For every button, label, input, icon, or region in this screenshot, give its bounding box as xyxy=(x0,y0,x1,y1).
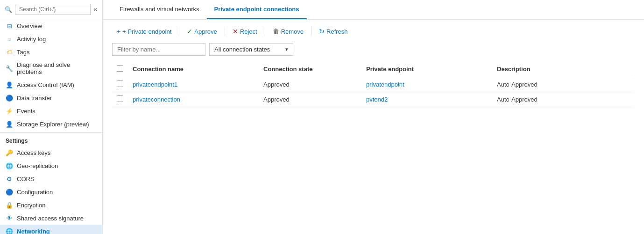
search-icon: 🔍 xyxy=(5,6,12,13)
remove-icon: 🗑 xyxy=(273,28,279,35)
tabs-container: Firewalls and virtual networks Private e… xyxy=(103,0,644,20)
approve-icon: ✓ xyxy=(187,28,192,35)
configuration-icon: 🔵 xyxy=(6,188,13,196)
row-2-private-endpoint-link[interactable]: pvtend2 xyxy=(366,96,388,103)
sidebar-item-label: Storage Explorer (preview) xyxy=(17,121,89,128)
sidebar-item-encryption[interactable]: 🔒 Encryption xyxy=(0,198,102,212)
sidebar-item-access-keys[interactable]: 🔑 Access keys xyxy=(0,146,102,159)
encryption-icon: 🔒 xyxy=(6,201,13,209)
content-area: + + Private endpoint ✓ Approve ✕ Reject … xyxy=(103,20,644,234)
row-2-connection-state: Approved xyxy=(259,92,361,107)
separator-1 xyxy=(179,27,179,36)
col-header-connection-state: Connection state xyxy=(259,61,361,77)
shared-access-icon: 👁 xyxy=(6,214,13,222)
access-keys-icon: 🔑 xyxy=(6,149,13,156)
row-2-connection-name: privateconnection xyxy=(128,92,259,107)
sidebar-item-tags[interactable]: 🏷 Tags xyxy=(0,45,102,58)
table-row: privateendpoint1 Approved privatendpoint… xyxy=(112,77,635,92)
refresh-icon: ↻ xyxy=(319,28,325,35)
row-1-checkbox[interactable] xyxy=(117,80,123,87)
sidebar-item-activity-log[interactable]: ≡ Activity log xyxy=(0,32,102,45)
sidebar-item-diagnose[interactable]: 🔧 Diagnose and solve problems xyxy=(0,58,102,78)
add-private-endpoint-button[interactable]: + + Private endpoint xyxy=(112,25,176,37)
sidebar-item-storage-explorer[interactable]: 👤 Storage Explorer (preview) xyxy=(0,117,102,131)
tab-private-endpoints[interactable]: Private endpoint connections xyxy=(207,0,307,19)
filter-name-input[interactable] xyxy=(112,43,205,56)
sidebar-item-label: Overview xyxy=(17,22,42,29)
data-transfer-icon: 🔵 xyxy=(6,94,13,102)
sidebar-item-label: Data transfer xyxy=(17,95,52,102)
sidebar: 🔍 « ⊟ Overview ≡ Activity log 🏷 Tags 🔧 D… xyxy=(0,0,103,234)
row-2-description: Auto-Approved xyxy=(492,92,635,107)
row-1-checkbox-cell xyxy=(112,77,128,92)
activity-log-icon: ≡ xyxy=(6,35,13,43)
sidebar-item-label: Access Control (IAM) xyxy=(17,81,74,88)
collapse-button[interactable]: « xyxy=(93,5,98,14)
separator-3 xyxy=(265,27,265,36)
select-all-header[interactable] xyxy=(112,61,128,77)
cors-icon: ⚙ xyxy=(6,175,13,183)
row-1-connection-name: privateendpoint1 xyxy=(128,77,259,92)
row-1-description: Auto-Approved xyxy=(492,77,635,92)
remove-button[interactable]: 🗑 Remove xyxy=(268,25,308,37)
select-all-checkbox[interactable] xyxy=(117,65,123,72)
row-1-connection-name-link[interactable]: privateendpoint1 xyxy=(133,81,177,88)
access-control-icon: 👤 xyxy=(6,81,13,88)
approve-label: Approve xyxy=(194,28,217,35)
filter-state-select[interactable]: All connection states ▾ xyxy=(209,43,293,56)
sidebar-item-label: Activity log xyxy=(17,36,46,43)
refresh-button[interactable]: ↻ Refresh xyxy=(314,25,353,37)
sidebar-item-overview[interactable]: ⊟ Overview xyxy=(0,19,102,32)
sidebar-item-label: Diagnose and solve problems xyxy=(17,61,97,75)
toolbar: + + Private endpoint ✓ Approve ✕ Reject … xyxy=(112,25,635,37)
settings-section-header: Settings xyxy=(0,132,102,146)
filter-state-label: All connection states xyxy=(214,46,270,53)
refresh-label: Refresh xyxy=(326,28,348,35)
row-2-connection-name-link[interactable]: privateconnection xyxy=(133,96,180,103)
add-label: + Private endpoint xyxy=(122,28,171,35)
sidebar-item-label: Shared access signature xyxy=(17,215,84,222)
sidebar-item-data-transfer[interactable]: 🔵 Data transfer xyxy=(0,91,102,104)
row-1-private-endpoint-link[interactable]: privatendpoint xyxy=(366,81,404,88)
approve-button[interactable]: ✓ Approve xyxy=(182,25,221,37)
storage-explorer-icon: 👤 xyxy=(6,120,13,128)
tags-icon: 🏷 xyxy=(6,48,13,56)
reject-label: Reject xyxy=(240,28,257,35)
search-input[interactable] xyxy=(15,4,91,15)
add-icon: + xyxy=(117,28,120,35)
connections-table: Connection name Connection state Private… xyxy=(112,61,635,107)
row-2-checkbox[interactable] xyxy=(117,95,123,102)
sidebar-item-geo-replication[interactable]: 🌐 Geo-replication xyxy=(0,159,102,172)
col-header-private-endpoint: Private endpoint xyxy=(361,61,492,77)
remove-label: Remove xyxy=(281,28,304,35)
tab-firewalls[interactable]: Firewalls and virtual networks xyxy=(112,0,207,19)
sidebar-item-label: Geo-replication xyxy=(17,162,58,169)
reject-button[interactable]: ✕ Reject xyxy=(228,25,262,37)
sidebar-item-events[interactable]: ⚡ Events xyxy=(0,104,102,117)
sidebar-item-label: Access keys xyxy=(17,149,50,156)
sidebar-item-label: Events xyxy=(17,108,35,115)
sidebar-item-label: Networking xyxy=(17,228,50,234)
sidebar-items-list: ⊟ Overview ≡ Activity log 🏷 Tags 🔧 Diagn… xyxy=(0,19,102,234)
sidebar-item-label: Tags xyxy=(17,49,29,56)
sidebar-item-access-control[interactable]: 👤 Access Control (IAM) xyxy=(0,78,102,91)
row-1-private-endpoint: privatendpoint xyxy=(361,77,492,92)
sidebar-item-label: Configuration xyxy=(17,189,53,196)
sidebar-item-label: CORS xyxy=(17,176,35,183)
main-content: Firewalls and virtual networks Private e… xyxy=(103,0,644,234)
chevron-down-icon: ▾ xyxy=(285,46,288,52)
networking-icon: 🌐 xyxy=(6,227,13,234)
sidebar-item-shared-access[interactable]: 👁 Shared access signature xyxy=(0,212,102,225)
sidebar-item-configuration[interactable]: 🔵 Configuration xyxy=(0,185,102,198)
sidebar-search-container: 🔍 « xyxy=(0,0,102,19)
col-header-description: Description xyxy=(492,61,635,77)
reject-icon: ✕ xyxy=(233,28,238,35)
sidebar-item-networking[interactable]: 🌐 Networking xyxy=(0,225,102,234)
sidebar-item-label: Encryption xyxy=(17,202,45,209)
table-row: privateconnection Approved pvtend2 Auto-… xyxy=(112,92,635,107)
separator-4 xyxy=(311,27,311,36)
diagnose-icon: 🔧 xyxy=(6,65,13,72)
sidebar-item-cors[interactable]: ⚙ CORS xyxy=(0,172,102,185)
geo-replication-icon: 🌐 xyxy=(6,162,13,169)
events-icon: ⚡ xyxy=(6,107,13,115)
